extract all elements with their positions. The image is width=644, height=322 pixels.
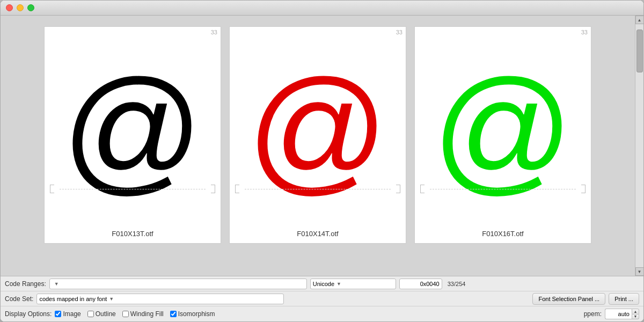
option-winding-fill[interactable]: Winding Fill	[122, 310, 164, 318]
font-name-2: F010X14T.otf	[295, 225, 340, 243]
label-image: Image	[63, 310, 80, 318]
print-button[interactable]: Print ...	[609, 293, 639, 305]
card-number-3: 33	[581, 29, 588, 35]
checkbox-winding-fill[interactable]	[122, 311, 129, 317]
scroll-up-button[interactable]: ▲	[635, 16, 644, 24]
checkbox-image[interactable]	[55, 311, 61, 317]
unicode-arrow: ▼	[336, 281, 341, 287]
unicode-dropdown[interactable]: Unicode ▼	[310, 279, 396, 289]
bracket-left-3	[420, 185, 425, 193]
ppem-down[interactable]: ▼	[632, 314, 639, 320]
code-set-dropdown[interactable]: codes mapped in any font ▼	[36, 294, 284, 304]
glyph-1: @	[62, 59, 203, 199]
ppem-input-group: ▲ ▼	[605, 309, 639, 319]
code-ranges-dropdown[interactable]: ▼	[49, 279, 307, 289]
scroll-down-button[interactable]: ▼	[635, 267, 644, 276]
label-winding-fill: Winding Fill	[130, 310, 164, 318]
card-number-1: 33	[211, 29, 217, 35]
main-window: 33 @ F010X13T.otf 33 @	[0, 0, 644, 322]
maximize-button[interactable]	[27, 4, 34, 11]
font-preview-3: 33 @	[415, 27, 591, 225]
canvas-area: 33 @ F010X13T.otf 33 @	[1, 16, 643, 276]
page-count: 33/254	[448, 281, 466, 287]
bracket-left-1	[50, 185, 54, 193]
baseline-line-3	[430, 189, 576, 189]
bracket-right-1	[211, 185, 215, 193]
unicode-value: Unicode	[313, 281, 334, 287]
checkbox-isomorphism[interactable]	[170, 311, 177, 317]
font-card-3: 33 @ F010X16T.otf	[414, 26, 591, 244]
scrollbar: ▲ ▼	[635, 16, 643, 276]
font-name-3: F010X16T.otf	[480, 225, 525, 243]
code-set-label: Code Set:	[5, 295, 33, 303]
canvas-scroll: 33 @ F010X13T.otf 33 @	[1, 16, 635, 276]
label-outline: Outline	[96, 310, 116, 318]
display-options-row: Display Options: Image Outline Winding F…	[1, 306, 643, 321]
baseline-3	[415, 185, 591, 193]
glyph-3: @	[432, 59, 574, 199]
glyph-2: @	[247, 59, 389, 199]
label-isomorphism: Isomorphism	[178, 310, 215, 318]
minimize-button[interactable]	[17, 4, 24, 11]
font-name-1: F010X13T.otf	[109, 225, 155, 243]
bracket-left-2	[235, 185, 239, 193]
option-isomorphism[interactable]: Isomorphism	[170, 310, 215, 318]
baseline-2	[230, 185, 406, 193]
code-hex-input[interactable]	[399, 279, 442, 289]
font-card-1: 33 @ F010X13T.otf	[44, 26, 221, 244]
baseline-1	[45, 185, 221, 193]
ppem-input[interactable]	[605, 309, 632, 319]
main-content: 33 @ F010X13T.otf 33 @	[1, 16, 643, 321]
font-selection-button[interactable]: Font Selection Panel ...	[532, 293, 605, 305]
code-set-arrow: ▼	[109, 296, 114, 302]
bracket-right-2	[396, 185, 400, 193]
display-options-group: Image Outline Winding Fill Isomorphism	[55, 310, 215, 318]
scrollbar-track	[635, 24, 643, 267]
option-image[interactable]: Image	[55, 310, 80, 318]
display-options-label: Display Options:	[5, 310, 52, 318]
ppem-stepper: ▲ ▼	[632, 309, 639, 319]
titlebar	[1, 1, 643, 16]
baseline-line-2	[245, 189, 391, 189]
code-ranges-row: Code Ranges: ▼ Unicode ▼ 33/254	[1, 276, 643, 291]
font-card-2: 33 @ F010X14T.otf	[229, 26, 406, 244]
code-ranges-arrow: ▼	[54, 281, 59, 287]
baseline-line-1	[60, 189, 206, 189]
code-ranges-label: Code Ranges:	[5, 280, 46, 288]
bracket-right-3	[581, 185, 586, 193]
code-set-value: codes mapped in any font	[39, 296, 107, 302]
traffic-lights	[6, 4, 34, 11]
bottom-controls: Code Ranges: ▼ Unicode ▼ 33/254 Code Set…	[1, 276, 643, 321]
option-outline[interactable]: Outline	[87, 310, 116, 318]
ppem-up[interactable]: ▲	[632, 309, 639, 314]
font-preview-2: 33 @	[230, 27, 406, 225]
code-set-row: Code Set: codes mapped in any font ▼ Fon…	[1, 291, 643, 306]
font-preview-1: 33 @	[45, 27, 221, 225]
card-number-2: 33	[396, 29, 402, 35]
close-button[interactable]	[6, 4, 13, 11]
checkbox-outline[interactable]	[87, 311, 94, 317]
scrollbar-thumb[interactable]	[636, 30, 643, 72]
ppem-label: ppem:	[584, 310, 602, 318]
